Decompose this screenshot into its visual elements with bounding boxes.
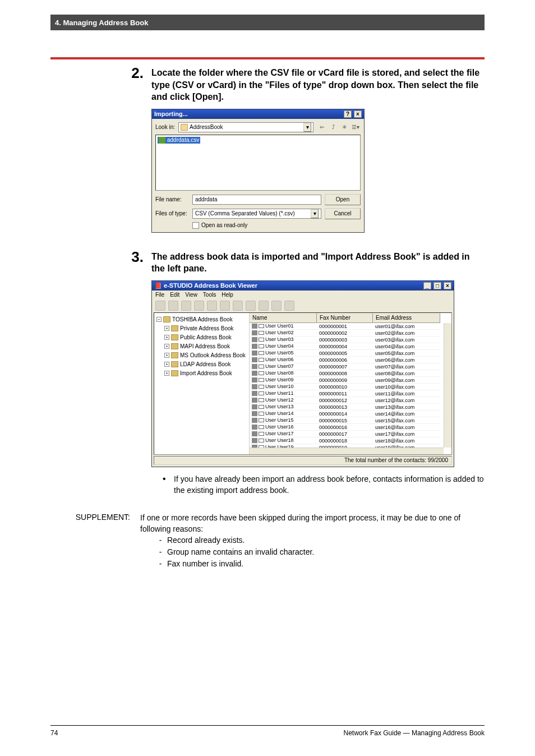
file-entry-name: addrdata.csv — [167, 137, 199, 143]
menu-file[interactable]: File — [155, 292, 164, 298]
list-row[interactable]: User User010000000001user01@ifax.com — [250, 323, 451, 330]
col-header-fax[interactable]: Fax Number — [317, 313, 373, 323]
list-row[interactable]: User User130000000013user13@ifax.com — [250, 404, 451, 411]
close-icon[interactable]: × — [354, 110, 362, 118]
list-row[interactable]: User User090000000009user09@ifax.com — [250, 377, 451, 384]
menu-edit[interactable]: Edit — [170, 292, 179, 298]
menu-help[interactable]: Help — [222, 292, 233, 298]
list-row[interactable]: User User080000000008user08@ifax.com — [250, 370, 451, 377]
list-row[interactable]: User User040000000004user04@ifax.com — [250, 343, 451, 350]
tree-item[interactable]: +Public Address Book — [156, 333, 247, 342]
up-icon[interactable]: ⤴ — [328, 122, 338, 132]
status-bar: The total number of the contacts: 99/200… — [154, 456, 452, 465]
dash-icon: - — [154, 558, 167, 570]
list-row[interactable]: User User180000000018user18@ifax.com — [250, 437, 451, 444]
list-row[interactable]: User User060000000006user06@ifax.com — [250, 357, 451, 363]
readonly-checkbox[interactable] — [192, 222, 199, 229]
tree-item[interactable]: +MS Outlook Address Book — [156, 351, 247, 360]
back-icon[interactable]: ⇐ — [317, 122, 327, 132]
lookin-value: AddressBook — [190, 124, 223, 130]
titlebar-buttons: ? × — [343, 110, 362, 118]
footer-title: Network Fax Guide — Managing Address Boo… — [344, 729, 485, 737]
chevron-down-icon[interactable]: ▾ — [311, 209, 319, 218]
tree-item[interactable]: +LDAP Address Book — [156, 360, 247, 369]
contact-icon — [252, 418, 257, 423]
toolbar-icon[interactable] — [259, 301, 269, 311]
toolbar-icon[interactable] — [220, 301, 230, 311]
list-pane[interactable]: Name Fax Number Email Address User User0… — [250, 313, 451, 454]
col-header-email[interactable]: Email Address — [373, 313, 440, 323]
supplement-body: If one or more records have been skipped… — [140, 513, 485, 570]
cell-fax: 0000000014 — [317, 411, 373, 417]
cell-name: User User15 — [250, 417, 317, 424]
toolbar-icon[interactable] — [207, 301, 217, 311]
step-3-text: The address book data is imported and "I… — [151, 251, 485, 275]
new-folder-icon[interactable]: ✳ — [339, 122, 349, 132]
list-row[interactable]: User User020000000002user02@ifax.com — [250, 330, 451, 336]
collapse-icon[interactable]: − — [156, 317, 162, 322]
reason-list: -Record already exists. -Group name cont… — [140, 534, 485, 570]
contact-icon — [252, 431, 257, 436]
expand-icon[interactable]: + — [164, 326, 169, 331]
page-content: 2. Locate the folder where the CSV file … — [50, 64, 485, 570]
import-dialog-titlebar: Importing... ? × — [152, 109, 364, 119]
expand-icon[interactable]: + — [164, 371, 169, 376]
list-row[interactable]: User User140000000014user14@ifax.com — [250, 411, 451, 417]
step-3: 3. The address book data is imported and… — [50, 248, 485, 496]
filetype-dropdown[interactable]: CSV (Comma Separated Values) (*.csv) ▾ — [192, 209, 321, 219]
cancel-button[interactable]: Cancel — [325, 208, 361, 219]
list-row[interactable]: User User170000000017user17@ifax.com — [250, 431, 451, 437]
scrollbar-horizontal[interactable] — [250, 448, 444, 454]
tree-item[interactable]: +MAPI Address Book — [156, 342, 247, 351]
toolbar-icon[interactable] — [168, 301, 178, 311]
list-row[interactable]: User User050000000005user05@ifax.com — [250, 350, 451, 357]
toolbar-icon[interactable] — [155, 301, 165, 311]
toolbar-icon[interactable] — [284, 301, 294, 311]
list-row[interactable]: User User160000000016user16@ifax.com — [250, 424, 451, 431]
tree-root[interactable]: − TOSHIBA Address Book — [156, 315, 247, 324]
scrollbar-vertical[interactable] — [444, 323, 451, 448]
viewer-titlebar: 📕 e-STUDIO Address Book Viewer _ □ × — [152, 281, 454, 291]
help-icon[interactable]: ? — [344, 110, 352, 118]
cell-email: user18@ifax.com — [373, 437, 440, 444]
chevron-down-icon[interactable]: ▾ — [303, 123, 311, 132]
cell-name: User User10 — [250, 384, 317, 390]
list-row[interactable]: User User100000000010user10@ifax.com — [250, 384, 451, 390]
view-menu-icon[interactable]: ☰▾ — [350, 122, 361, 132]
list-row[interactable]: User User030000000003user03@ifax.com — [250, 336, 451, 343]
toolbar-icon[interactable] — [271, 301, 282, 311]
maximize-icon[interactable]: □ — [433, 282, 441, 289]
list-row[interactable]: User User110000000011user11@ifax.com — [250, 390, 451, 397]
toolbar-icon[interactable] — [181, 301, 191, 311]
col-header-name[interactable]: Name — [250, 313, 317, 323]
expand-icon[interactable]: + — [164, 362, 169, 367]
list-row[interactable]: User User150000000015user15@ifax.com — [250, 417, 451, 424]
toolbar-icon[interactable] — [194, 301, 204, 311]
close-icon[interactable]: × — [444, 282, 451, 289]
minimize-icon[interactable]: _ — [423, 282, 431, 289]
book-icon — [171, 352, 178, 358]
mail-icon — [259, 398, 264, 402]
cell-email: user09@ifax.com — [373, 377, 440, 384]
list-row[interactable]: User User070000000007user07@ifax.com — [250, 363, 451, 370]
tree-item[interactable]: +Import Address Book — [156, 369, 247, 378]
toolbar-icon[interactable] — [233, 301, 243, 311]
cell-fax: 0000000017 — [317, 431, 373, 437]
tree-pane[interactable]: − TOSHIBA Address Book +Private Address … — [154, 313, 250, 454]
lookin-dropdown[interactable]: AddressBook ▾ — [178, 122, 313, 132]
menu-tools[interactable]: Tools — [203, 292, 216, 298]
expand-icon[interactable]: + — [164, 353, 169, 358]
toolbar-icon[interactable] — [246, 301, 256, 311]
mail-icon — [259, 344, 264, 348]
file-entry-selected[interactable]: addrdata.csv — [158, 137, 200, 144]
expand-icon[interactable]: + — [164, 335, 169, 340]
open-button[interactable]: Open — [325, 194, 361, 205]
filename-row: File name: addrdata Open — [155, 194, 361, 205]
tree-item[interactable]: +Private Address Book — [156, 324, 247, 333]
expand-icon[interactable]: + — [164, 344, 169, 349]
menu-view[interactable]: View — [185, 292, 197, 298]
filename-input[interactable]: addrdata — [192, 195, 321, 205]
list-row[interactable]: User User120000000012user12@ifax.com — [250, 397, 451, 404]
import-dialog-body: Look in: AddressBook ▾ ⇐ ⤴ ✳ ☰▾ — [152, 119, 364, 232]
file-list-area[interactable]: addrdata.csv — [155, 135, 361, 191]
